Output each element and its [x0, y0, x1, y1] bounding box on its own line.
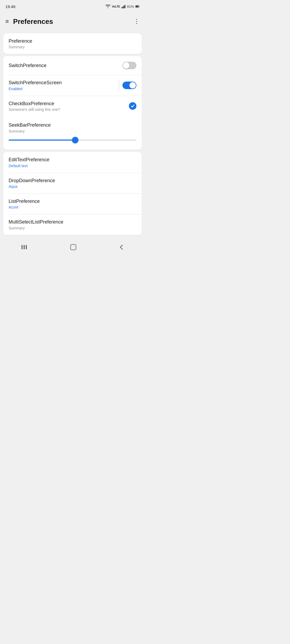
dropdown-preference-title: DropDownPreference	[9, 178, 136, 184]
switch-preference-screen-summary: Enabled	[9, 87, 119, 91]
dropdown-preference-item[interactable]: DropDownPreference Aqua	[3, 173, 142, 193]
signal-icon	[121, 5, 126, 8]
toggle-divider	[119, 80, 119, 90]
seekbar-track	[9, 140, 136, 141]
switch-preference-screen-title: SwitchPreferenceScreen	[9, 80, 119, 86]
svg-rect-8	[24, 245, 25, 249]
seekbar-wrapper[interactable]	[9, 135, 136, 145]
switch-preference-title: SwitchPreference	[9, 63, 122, 69]
svg-rect-1	[122, 6, 123, 8]
wifi-icon	[106, 5, 110, 8]
svg-rect-7	[21, 245, 23, 249]
nav-home-icon[interactable]	[70, 244, 77, 251]
preference-summary: Summary	[9, 45, 136, 49]
checkbox-preference-check[interactable]	[129, 102, 136, 110]
switch-preference-text: SwitchPreference	[9, 63, 122, 69]
svg-rect-2	[124, 6, 124, 8]
svg-rect-9	[26, 245, 27, 249]
multiselect-preference-text: MultiSelectListPreference Summary	[9, 219, 136, 230]
seekbar-preference-summary: Summary	[9, 129, 136, 133]
menu-icon[interactable]: ≡	[5, 18, 9, 25]
edittext-preference-summary: Default text	[9, 164, 136, 168]
page-title: Preferences	[13, 17, 134, 26]
bottom-nav	[0, 239, 145, 256]
list-preference-title: ListPreference	[9, 198, 136, 204]
checkbox-preference-summary: Someone's still using this one?	[9, 107, 129, 112]
seekbar-preference-header: SeekBarPreference Summary	[3, 116, 142, 135]
preference-title: Preference	[9, 38, 136, 44]
checkbox-preference-title: CheckBoxPreference	[9, 101, 129, 107]
svg-rect-0	[121, 7, 122, 8]
nav-back-icon[interactable]	[119, 244, 124, 251]
volte-icon: VoLTE	[112, 5, 120, 8]
edittext-preference-item[interactable]: EditTextPreference Default text	[3, 152, 142, 173]
checkbox-preference-item[interactable]: CheckBoxPreference Someone's still using…	[3, 96, 142, 116]
seekbar-container	[3, 135, 142, 150]
status-bar: 19:46 VoLTE 81%	[0, 0, 145, 12]
svg-rect-3	[125, 5, 125, 8]
switch-preference-toggle[interactable]	[122, 62, 136, 69]
multiselect-preference-summary: Summary	[9, 226, 136, 230]
svg-rect-5	[136, 6, 138, 7]
list-preference-text: ListPreference Azure	[9, 198, 136, 209]
switch-preference-item[interactable]: SwitchPreference	[3, 56, 142, 75]
svg-rect-10	[71, 244, 76, 250]
multiselect-preference-title: MultiSelectListPreference	[9, 219, 136, 225]
section-1-card: Preference Summary	[3, 33, 142, 54]
nav-menu-icon[interactable]	[21, 244, 28, 250]
multiselect-preference-item[interactable]: MultiSelectListPreference Summary	[3, 214, 142, 235]
battery-icon	[135, 5, 140, 8]
seekbar-preference-text: SeekBarPreference Summary	[9, 122, 136, 133]
app-bar: ≡ Preferences ⋮	[0, 12, 145, 31]
seekbar-fill	[9, 140, 75, 141]
svg-rect-6	[139, 6, 140, 7]
battery-level: 81%	[127, 5, 134, 9]
list-preference-item[interactable]: ListPreference Azure	[3, 193, 142, 214]
checkbox-preference-text: CheckBoxPreference Someone's still using…	[9, 101, 129, 112]
seekbar-thumb[interactable]	[72, 137, 78, 143]
section-3-card: EditTextPreference Default text DropDown…	[3, 152, 142, 235]
list-preference-summary: Azure	[9, 205, 136, 209]
more-options-icon[interactable]: ⋮	[134, 18, 140, 25]
edittext-preference-title: EditTextPreference	[9, 157, 136, 163]
seekbar-preference-title: SeekBarPreference	[9, 122, 136, 128]
section-2-card: SwitchPreference SwitchPreferenceScreen …	[3, 56, 142, 150]
preference-item[interactable]: Preference Summary	[3, 33, 142, 54]
preference-text: Preference Summary	[9, 38, 136, 49]
dropdown-preference-text: DropDownPreference Aqua	[9, 178, 136, 189]
dropdown-preference-summary: Aqua	[9, 184, 136, 189]
switch-preference-screen-item[interactable]: SwitchPreferenceScreen Enabled	[3, 75, 142, 96]
status-time: 19:46	[5, 4, 16, 9]
seekbar-preference-item[interactable]: SeekBarPreference Summary	[3, 116, 142, 150]
switch-preference-screen-text: SwitchPreferenceScreen Enabled	[9, 80, 119, 91]
switch-preference-screen-toggle[interactable]	[122, 82, 136, 89]
status-icons: VoLTE 81%	[106, 5, 140, 9]
edittext-preference-text: EditTextPreference Default text	[9, 157, 136, 168]
